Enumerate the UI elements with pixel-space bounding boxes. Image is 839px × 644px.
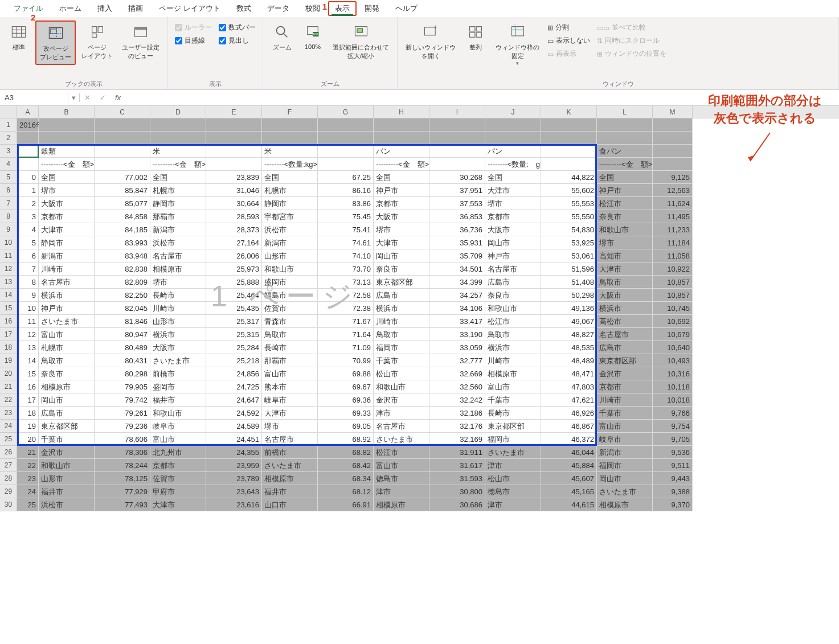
cell[interactable]: 10,118 bbox=[653, 380, 693, 393]
cell[interactable] bbox=[429, 145, 485, 158]
cell[interactable]: 宇都宮市 bbox=[262, 210, 318, 223]
cell[interactable]: 69.05 bbox=[318, 420, 374, 433]
cell[interactable]: 福井市 bbox=[262, 485, 318, 498]
cell[interactable]: 川崎市 bbox=[597, 393, 653, 407]
cell[interactable] bbox=[318, 132, 374, 145]
cell[interactable]: 大津市 bbox=[597, 262, 653, 276]
cell[interactable]: 31,046 bbox=[206, 184, 262, 197]
cell[interactable]: --------<数量: g>- bbox=[485, 158, 541, 171]
cell[interactable]: 奈良市 bbox=[597, 210, 653, 223]
col-header-D[interactable]: D bbox=[150, 106, 206, 118]
cell[interactable]: 9,443 bbox=[653, 472, 693, 485]
hide-button[interactable]: ▭表示しない bbox=[547, 36, 590, 46]
cell[interactable]: 80,431 bbox=[95, 354, 150, 367]
cell[interactable]: 大阪市 bbox=[597, 289, 653, 302]
name-box[interactable]: A3 bbox=[0, 92, 68, 103]
cell[interactable]: 33,417 bbox=[429, 315, 485, 328]
cell[interactable] bbox=[150, 132, 206, 145]
cell[interactable]: 48,827 bbox=[541, 328, 597, 341]
name-box-dropdown[interactable]: ▾ bbox=[68, 93, 80, 102]
cell[interactable] bbox=[485, 118, 541, 132]
cell[interactable] bbox=[206, 145, 262, 158]
cell[interactable]: 岐阜市 bbox=[150, 420, 206, 433]
zoom-selection-button[interactable]: 選択範囲に合わせて 拡大/縮小 bbox=[329, 20, 392, 63]
cell[interactable]: 京都市 bbox=[150, 459, 206, 472]
cell[interactable]: 神戸市 bbox=[485, 249, 541, 262]
cell[interactable] bbox=[653, 145, 693, 158]
cell[interactable]: 54,830 bbox=[541, 223, 597, 236]
cell[interactable] bbox=[653, 158, 693, 171]
cell[interactable]: 9,754 bbox=[653, 420, 693, 433]
cell[interactable]: 福岡市 bbox=[597, 459, 653, 472]
row-header[interactable]: 12 bbox=[0, 262, 17, 276]
cell[interactable]: 9 bbox=[17, 289, 39, 302]
split-button[interactable]: ⊞分割 bbox=[547, 23, 590, 32]
cell[interactable]: パン bbox=[374, 145, 429, 158]
cell[interactable]: 静岡市 bbox=[39, 236, 95, 249]
cell[interactable]: 16 bbox=[17, 380, 39, 393]
cell[interactable]: 32,560 bbox=[429, 380, 485, 393]
new-window-button[interactable]: + 新しいウィンドウ を開く bbox=[402, 20, 459, 63]
cell[interactable]: 横浜市 bbox=[485, 341, 541, 354]
zoom-button[interactable]: ズーム bbox=[268, 20, 296, 54]
cell[interactable]: 84,185 bbox=[95, 223, 150, 236]
cell[interactable]: 神戸市 bbox=[374, 184, 429, 197]
cell[interactable]: 34,399 bbox=[429, 276, 485, 289]
cell[interactable]: 68.82 bbox=[318, 446, 374, 459]
cell[interactable]: 富山市 bbox=[485, 380, 541, 393]
col-header-C[interactable]: C bbox=[95, 106, 150, 118]
cell[interactable]: 28,373 bbox=[206, 223, 262, 236]
cell[interactable]: 松江市 bbox=[374, 446, 429, 459]
cell[interactable]: 78,606 bbox=[95, 433, 150, 446]
cell[interactable]: 80,298 bbox=[95, 367, 150, 380]
row-header[interactable]: 28 bbox=[0, 472, 17, 485]
col-header-A[interactable]: A bbox=[17, 106, 39, 118]
cell[interactable]: 岐阜市 bbox=[597, 433, 653, 446]
cell[interactable]: パン bbox=[485, 145, 541, 158]
cell[interactable]: 45,884 bbox=[541, 459, 597, 472]
cell[interactable]: 22 bbox=[17, 459, 39, 472]
cell[interactable]: 10,493 bbox=[653, 354, 693, 367]
cell[interactable]: 長崎市 bbox=[485, 407, 541, 420]
cell[interactable]: 48,489 bbox=[541, 354, 597, 367]
cell[interactable]: 浜松市 bbox=[39, 498, 95, 511]
cell[interactable]: 徳島市 bbox=[374, 472, 429, 485]
cell[interactable]: 69.88 bbox=[318, 367, 374, 380]
cell[interactable]: 37,553 bbox=[429, 197, 485, 210]
cell[interactable]: 32,777 bbox=[429, 354, 485, 367]
row-header[interactable]: 23 bbox=[0, 407, 17, 420]
cell[interactable]: 34,106 bbox=[429, 302, 485, 315]
cell[interactable]: 44,615 bbox=[541, 498, 597, 511]
cell[interactable]: 高知市 bbox=[597, 249, 653, 262]
col-header-K[interactable]: K bbox=[541, 106, 597, 118]
cell[interactable]: 徳島市 bbox=[485, 485, 541, 498]
cell[interactable]: 37,951 bbox=[429, 184, 485, 197]
cell[interactable]: 金沢市 bbox=[374, 393, 429, 407]
cell[interactable]: 富山市 bbox=[597, 420, 653, 433]
cell[interactable]: 神戸市 bbox=[597, 184, 653, 197]
cell[interactable]: ---------<金 額>- bbox=[597, 158, 653, 171]
cell[interactable]: 和歌山市 bbox=[485, 302, 541, 315]
cell[interactable]: 32,186 bbox=[429, 407, 485, 420]
cell[interactable]: 山形市 bbox=[262, 249, 318, 262]
row-header[interactable]: 22 bbox=[0, 393, 17, 407]
cell[interactable]: 9,766 bbox=[653, 407, 693, 420]
view-page-break-button[interactable]: 2 改ページ プレビュー bbox=[35, 20, 76, 65]
cell[interactable]: 長崎市 bbox=[262, 341, 318, 354]
row-header[interactable]: 5 bbox=[0, 171, 17, 184]
cell[interactable] bbox=[429, 158, 485, 171]
cell[interactable]: 津市 bbox=[374, 407, 429, 420]
cell[interactable]: 47,803 bbox=[541, 380, 597, 393]
cell[interactable]: 広島市 bbox=[374, 289, 429, 302]
row-header[interactable]: 7 bbox=[0, 197, 17, 210]
cell[interactable]: 前橋市 bbox=[262, 446, 318, 459]
cell[interactable]: 11,624 bbox=[653, 197, 693, 210]
row-header[interactable]: 27 bbox=[0, 459, 17, 472]
cell[interactable]: 盛岡市 bbox=[262, 276, 318, 289]
cell[interactable] bbox=[262, 132, 318, 145]
cell[interactable] bbox=[597, 132, 653, 145]
cell[interactable]: 鳥取市 bbox=[374, 328, 429, 341]
cell[interactable]: さいたま市 bbox=[597, 485, 653, 498]
cell[interactable]: さいたま市 bbox=[374, 433, 429, 446]
cell[interactable]: 2 bbox=[17, 197, 39, 210]
